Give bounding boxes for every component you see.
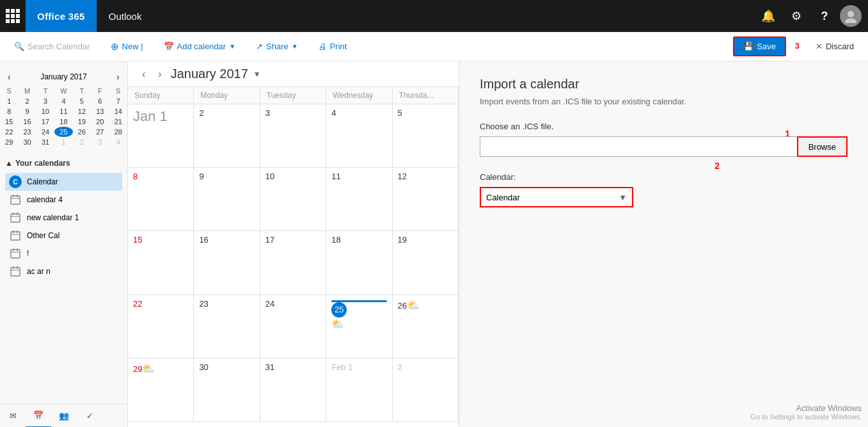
your-calendars-header[interactable]: ▲ Your calendars (5, 159, 122, 168)
calendar-cell[interactable]: 8 (128, 168, 194, 231)
calendar-cell[interactable]: 11 (326, 168, 392, 231)
mini-cal-next-button[interactable]: › (114, 70, 122, 83)
mini-cal-day[interactable]: 2 (18, 96, 36, 106)
mini-cal-day[interactable]: 25 (54, 127, 72, 137)
mini-cal-prev-button[interactable]: ‹ (5, 70, 13, 83)
calendar-cell[interactable]: Feb 1 (326, 359, 392, 422)
calendar-item-icon (9, 211, 22, 224)
share-button[interactable]: ↗ Share ▼ (252, 39, 302, 54)
search-calendar-button[interactable]: 🔍 Search Calendar (10, 39, 94, 54)
calendar-cell[interactable]: 12 (393, 168, 459, 231)
mini-cal-day-th: T (73, 86, 91, 96)
mini-cal-day[interactable]: 31 (36, 137, 54, 147)
mini-cal-day[interactable]: 4 (54, 96, 72, 106)
calendar-list-item[interactable]: new calendar 1 (5, 209, 122, 227)
mini-cal-day[interactable]: 16 (18, 117, 36, 127)
calendar-cell[interactable]: 15 (128, 231, 194, 294)
avatar[interactable] (840, 5, 862, 27)
calendar-cell[interactable]: 29⛅ (128, 359, 194, 422)
mini-cal-day[interactable]: 28 (109, 127, 127, 137)
mail-nav-button[interactable]: ✉ (0, 405, 26, 428)
calendar-cell-number: Feb 1 (331, 362, 352, 372)
svg-point-1 (845, 19, 856, 23)
calendar-cell[interactable]: 4 (326, 104, 392, 168)
calendar-cell[interactable]: 25⛅ (326, 295, 392, 359)
calendar-cell[interactable]: 19 (393, 231, 459, 294)
calendar-cell-number: 23 (199, 299, 208, 309)
mini-cal-day[interactable]: 17 (36, 117, 54, 127)
calendar-item-label: Calendar (27, 177, 58, 186)
calendar-cell[interactable]: 17 (260, 231, 326, 294)
calendar-cell[interactable]: 9 (194, 168, 260, 231)
mini-cal-day-w: W (54, 86, 72, 96)
cal-prev-button[interactable]: ‹ (138, 67, 149, 81)
calendar-cell[interactable]: 31 (260, 359, 326, 422)
calendar-cell[interactable]: 24 (260, 295, 326, 359)
notifications-button[interactable]: 🔔 (755, 3, 781, 29)
calendar-cell[interactable]: 2 (194, 104, 260, 168)
calendar-cell[interactable]: 2 (393, 359, 459, 422)
mini-cal-day[interactable]: 4 (109, 137, 127, 147)
mini-cal-day[interactable]: 18 (54, 117, 72, 127)
calendar-nav-button[interactable]: 📅 (26, 405, 51, 428)
mini-cal-day[interactable]: 26 (73, 127, 91, 137)
mini-cal-day[interactable]: 22 (0, 127, 18, 137)
mini-cal-day[interactable]: 15 (0, 117, 18, 127)
mini-cal-day[interactable]: 14 (109, 106, 127, 117)
calendar-cell[interactable]: 18 (326, 231, 392, 294)
mini-cal-day[interactable]: 11 (54, 106, 72, 117)
mini-cal-day[interactable]: 5 (73, 96, 91, 106)
calendar-cell[interactable]: 5 (393, 104, 459, 168)
mini-cal-day[interactable]: 3 (91, 137, 109, 147)
mini-cal-day[interactable]: 2 (73, 137, 91, 147)
mini-cal-day-sa: S (109, 86, 127, 96)
calendar-list-item[interactable]: C Calendar (5, 173, 122, 191)
brand-name[interactable]: Office 365 (26, 0, 97, 32)
calendar-select[interactable]: Calendar ▼ (480, 187, 633, 207)
mini-cal-day[interactable]: 3 (36, 96, 54, 106)
calendar-cell[interactable]: 30 (194, 359, 260, 422)
calendar-cell[interactable]: 10 (260, 168, 326, 231)
calendar-cell[interactable]: 23 (194, 295, 260, 359)
calendar-cell[interactable]: 26⛅ (393, 295, 459, 359)
mini-cal-day[interactable]: 1 (54, 137, 72, 147)
calendar-cell[interactable]: 16 (194, 231, 260, 294)
mini-cal-day[interactable]: 21 (109, 117, 127, 127)
calendar-list-item[interactable]: calendar 4 (5, 191, 122, 209)
tasks-nav-button[interactable]: ✓ (77, 405, 102, 428)
calendar-month-dropdown[interactable]: ▼ (253, 70, 261, 79)
new-button[interactable]: ⊕ New | (107, 38, 147, 55)
mini-cal-day[interactable]: 19 (73, 117, 91, 127)
add-calendar-button[interactable]: 📅 Add calendar ▼ (160, 39, 240, 54)
browse-button[interactable]: Browse (797, 136, 848, 157)
mini-cal-day[interactable]: 29 (0, 137, 18, 147)
mini-cal-day[interactable]: 10 (36, 106, 54, 117)
discard-button[interactable]: ✕ Discard (812, 39, 858, 54)
mini-cal-day[interactable]: 6 (91, 96, 109, 106)
people-nav-button[interactable]: 👥 (51, 405, 77, 428)
calendar-list-item[interactable]: Other Cal (5, 227, 122, 245)
help-button[interactable]: ? (812, 3, 837, 29)
mini-cal-day[interactable]: 30 (18, 137, 36, 147)
grid-menu-button[interactable] (0, 0, 26, 32)
mini-cal-day[interactable]: 27 (91, 127, 109, 137)
calendar-cell[interactable]: Jan 1 (128, 104, 194, 168)
print-button[interactable]: 🖨 Print (315, 39, 351, 54)
mini-cal-day[interactable]: 12 (73, 106, 91, 117)
calendar-cell[interactable]: 22 (128, 295, 194, 359)
ics-file-input[interactable] (480, 136, 797, 157)
calendar-list-item[interactable]: ac ar n (5, 262, 122, 280)
mini-cal-day[interactable]: 13 (91, 106, 109, 117)
mini-cal-day[interactable]: 20 (91, 117, 109, 127)
mini-cal-day[interactable]: 1 (0, 96, 18, 106)
mini-cal-day[interactable]: 7 (109, 96, 127, 106)
mini-cal-day[interactable]: 9 (18, 106, 36, 117)
mini-cal-day[interactable]: 23 (18, 127, 36, 137)
mini-cal-day[interactable]: 8 (0, 106, 18, 117)
save-button[interactable]: 💾 Save (733, 36, 786, 56)
mini-cal-day[interactable]: 24 (36, 127, 54, 137)
calendar-list-item[interactable]: ! (5, 245, 122, 262)
settings-button[interactable]: ⚙ (784, 3, 809, 29)
cal-next-button[interactable]: › (154, 67, 165, 81)
calendar-cell[interactable]: 3 (260, 104, 326, 168)
